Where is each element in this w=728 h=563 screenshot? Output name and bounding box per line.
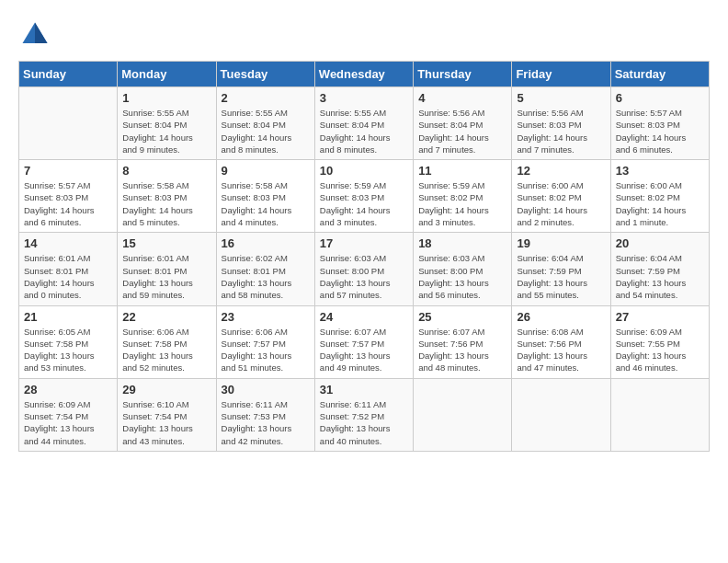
day-number: 4 bbox=[418, 91, 506, 105]
day-of-week-header: Monday bbox=[118, 62, 216, 87]
day-number: 8 bbox=[122, 164, 210, 178]
day-number: 1 bbox=[122, 91, 210, 105]
day-info: Sunrise: 5:59 AM Sunset: 8:03 PM Dayligh… bbox=[320, 179, 408, 228]
day-number: 23 bbox=[222, 310, 310, 324]
day-number: 28 bbox=[24, 383, 112, 396]
day-number: 17 bbox=[320, 236, 408, 250]
day-number: 21 bbox=[24, 310, 112, 324]
day-number: 10 bbox=[320, 164, 408, 178]
calendar-cell: 22Sunrise: 6:06 AM Sunset: 7:58 PM Dayli… bbox=[118, 305, 216, 378]
calendar-cell bbox=[610, 378, 709, 451]
day-info: Sunrise: 6:11 AM Sunset: 7:53 PM Dayligh… bbox=[222, 398, 310, 447]
page-header bbox=[18, 18, 710, 52]
day-number: 6 bbox=[616, 91, 704, 105]
calendar-cell bbox=[19, 87, 118, 160]
calendar-cell: 18Sunrise: 6:03 AM Sunset: 8:00 PM Dayli… bbox=[414, 233, 512, 305]
day-info: Sunrise: 5:55 AM Sunset: 8:04 PM Dayligh… bbox=[222, 107, 310, 155]
calendar-cell: 12Sunrise: 6:00 AM Sunset: 8:02 PM Dayli… bbox=[512, 160, 610, 233]
day-info: Sunrise: 6:07 AM Sunset: 7:56 PM Dayligh… bbox=[418, 326, 506, 374]
calendar-cell: 15Sunrise: 6:01 AM Sunset: 8:01 PM Dayli… bbox=[118, 233, 216, 305]
day-info: Sunrise: 5:55 AM Sunset: 8:04 PM Dayligh… bbox=[320, 107, 408, 155]
day-info: Sunrise: 6:05 AM Sunset: 7:58 PM Dayligh… bbox=[24, 326, 112, 374]
calendar-cell: 30Sunrise: 6:11 AM Sunset: 7:53 PM Dayli… bbox=[216, 378, 314, 451]
calendar-cell: 1Sunrise: 5:55 AM Sunset: 8:04 PM Daylig… bbox=[118, 87, 216, 160]
calendar-cell bbox=[512, 378, 610, 451]
calendar-cell: 10Sunrise: 5:59 AM Sunset: 8:03 PM Dayli… bbox=[314, 160, 413, 233]
calendar-cell: 6Sunrise: 5:57 AM Sunset: 8:03 PM Daylig… bbox=[610, 87, 709, 160]
calendar-cell: 8Sunrise: 5:58 AM Sunset: 8:03 PM Daylig… bbox=[118, 160, 216, 233]
calendar-cell: 5Sunrise: 5:56 AM Sunset: 8:03 PM Daylig… bbox=[512, 87, 610, 160]
day-info: Sunrise: 6:08 AM Sunset: 7:56 PM Dayligh… bbox=[517, 326, 605, 374]
calendar-cell: 23Sunrise: 6:06 AM Sunset: 7:57 PM Dayli… bbox=[216, 305, 314, 378]
day-info: Sunrise: 5:56 AM Sunset: 8:04 PM Dayligh… bbox=[418, 107, 506, 155]
day-info: Sunrise: 6:03 AM Sunset: 8:00 PM Dayligh… bbox=[418, 252, 506, 301]
calendar-cell: 29Sunrise: 6:10 AM Sunset: 7:54 PM Dayli… bbox=[118, 378, 216, 451]
day-info: Sunrise: 6:11 AM Sunset: 7:52 PM Dayligh… bbox=[320, 398, 408, 447]
calendar-table: SundayMondayTuesdayWednesdayThursdayFrid… bbox=[18, 61, 710, 452]
day-info: Sunrise: 6:00 AM Sunset: 8:02 PM Dayligh… bbox=[616, 179, 704, 228]
day-of-week-header: Friday bbox=[512, 62, 610, 87]
day-number: 20 bbox=[616, 236, 704, 250]
day-number: 13 bbox=[616, 164, 704, 178]
logo bbox=[18, 18, 57, 52]
calendar-week-row: 14Sunrise: 6:01 AM Sunset: 8:01 PM Dayli… bbox=[19, 233, 710, 305]
calendar-week-row: 28Sunrise: 6:09 AM Sunset: 7:54 PM Dayli… bbox=[19, 378, 710, 451]
day-info: Sunrise: 6:04 AM Sunset: 7:59 PM Dayligh… bbox=[616, 252, 704, 301]
calendar-cell: 19Sunrise: 6:04 AM Sunset: 7:59 PM Dayli… bbox=[512, 233, 610, 305]
day-number: 14 bbox=[24, 236, 112, 250]
calendar-cell: 16Sunrise: 6:02 AM Sunset: 8:01 PM Dayli… bbox=[216, 233, 314, 305]
day-number: 31 bbox=[320, 383, 408, 396]
calendar-cell: 4Sunrise: 5:56 AM Sunset: 8:04 PM Daylig… bbox=[414, 87, 512, 160]
calendar-cell: 14Sunrise: 6:01 AM Sunset: 8:01 PM Dayli… bbox=[19, 233, 118, 305]
calendar-cell: 24Sunrise: 6:07 AM Sunset: 7:57 PM Dayli… bbox=[314, 305, 413, 378]
day-of-week-header: Wednesday bbox=[314, 62, 413, 87]
logo-icon bbox=[18, 18, 51, 52]
calendar-cell: 26Sunrise: 6:08 AM Sunset: 7:56 PM Dayli… bbox=[512, 305, 610, 378]
day-number: 9 bbox=[222, 164, 310, 178]
day-info: Sunrise: 5:55 AM Sunset: 8:04 PM Dayligh… bbox=[122, 107, 210, 155]
day-info: Sunrise: 6:06 AM Sunset: 7:57 PM Dayligh… bbox=[222, 326, 310, 374]
day-number: 26 bbox=[517, 310, 605, 324]
calendar-week-row: 7Sunrise: 5:57 AM Sunset: 8:03 PM Daylig… bbox=[19, 160, 710, 233]
day-of-week-header: Tuesday bbox=[216, 62, 314, 87]
day-info: Sunrise: 6:04 AM Sunset: 7:59 PM Dayligh… bbox=[517, 252, 605, 301]
day-info: Sunrise: 6:01 AM Sunset: 8:01 PM Dayligh… bbox=[24, 252, 112, 301]
day-info: Sunrise: 6:01 AM Sunset: 8:01 PM Dayligh… bbox=[122, 252, 210, 301]
day-number: 27 bbox=[616, 310, 704, 324]
calendar-cell: 11Sunrise: 5:59 AM Sunset: 8:02 PM Dayli… bbox=[414, 160, 512, 233]
calendar-cell: 3Sunrise: 5:55 AM Sunset: 8:04 PM Daylig… bbox=[314, 87, 413, 160]
day-info: Sunrise: 5:57 AM Sunset: 8:03 PM Dayligh… bbox=[24, 179, 112, 228]
day-info: Sunrise: 5:58 AM Sunset: 8:03 PM Dayligh… bbox=[122, 179, 210, 228]
calendar-cell: 2Sunrise: 5:55 AM Sunset: 8:04 PM Daylig… bbox=[216, 87, 314, 160]
calendar-cell: 17Sunrise: 6:03 AM Sunset: 8:00 PM Dayli… bbox=[314, 233, 413, 305]
calendar-cell: 27Sunrise: 6:09 AM Sunset: 7:55 PM Dayli… bbox=[610, 305, 709, 378]
day-info: Sunrise: 5:57 AM Sunset: 8:03 PM Dayligh… bbox=[616, 107, 704, 155]
calendar-cell: 9Sunrise: 5:58 AM Sunset: 8:03 PM Daylig… bbox=[216, 160, 314, 233]
day-info: Sunrise: 6:03 AM Sunset: 8:00 PM Dayligh… bbox=[320, 252, 408, 301]
day-info: Sunrise: 5:56 AM Sunset: 8:03 PM Dayligh… bbox=[517, 107, 605, 155]
day-of-week-header: Thursday bbox=[414, 62, 512, 87]
day-number: 7 bbox=[24, 164, 112, 178]
day-number: 30 bbox=[222, 383, 310, 396]
day-number: 29 bbox=[122, 383, 210, 396]
day-number: 12 bbox=[517, 164, 605, 178]
day-info: Sunrise: 5:59 AM Sunset: 8:02 PM Dayligh… bbox=[418, 179, 506, 228]
calendar-cell: 7Sunrise: 5:57 AM Sunset: 8:03 PM Daylig… bbox=[19, 160, 118, 233]
day-number: 15 bbox=[122, 236, 210, 250]
calendar-cell bbox=[414, 378, 512, 451]
day-number: 18 bbox=[418, 236, 506, 250]
day-info: Sunrise: 6:10 AM Sunset: 7:54 PM Dayligh… bbox=[122, 398, 210, 447]
day-of-week-header: Sunday bbox=[19, 62, 118, 87]
calendar-header-row: SundayMondayTuesdayWednesdayThursdayFrid… bbox=[19, 62, 710, 87]
calendar-cell: 13Sunrise: 6:00 AM Sunset: 8:02 PM Dayli… bbox=[610, 160, 709, 233]
calendar-week-row: 21Sunrise: 6:05 AM Sunset: 7:58 PM Dayli… bbox=[19, 305, 710, 378]
day-number: 16 bbox=[222, 236, 310, 250]
day-info: Sunrise: 6:07 AM Sunset: 7:57 PM Dayligh… bbox=[320, 326, 408, 374]
day-number: 3 bbox=[320, 91, 408, 105]
day-info: Sunrise: 6:09 AM Sunset: 7:55 PM Dayligh… bbox=[616, 326, 704, 374]
day-number: 22 bbox=[122, 310, 210, 324]
calendar-week-row: 1Sunrise: 5:55 AM Sunset: 8:04 PM Daylig… bbox=[19, 87, 710, 160]
calendar-cell: 21Sunrise: 6:05 AM Sunset: 7:58 PM Dayli… bbox=[19, 305, 118, 378]
day-info: Sunrise: 5:58 AM Sunset: 8:03 PM Dayligh… bbox=[222, 179, 310, 228]
day-info: Sunrise: 6:00 AM Sunset: 8:02 PM Dayligh… bbox=[517, 179, 605, 228]
